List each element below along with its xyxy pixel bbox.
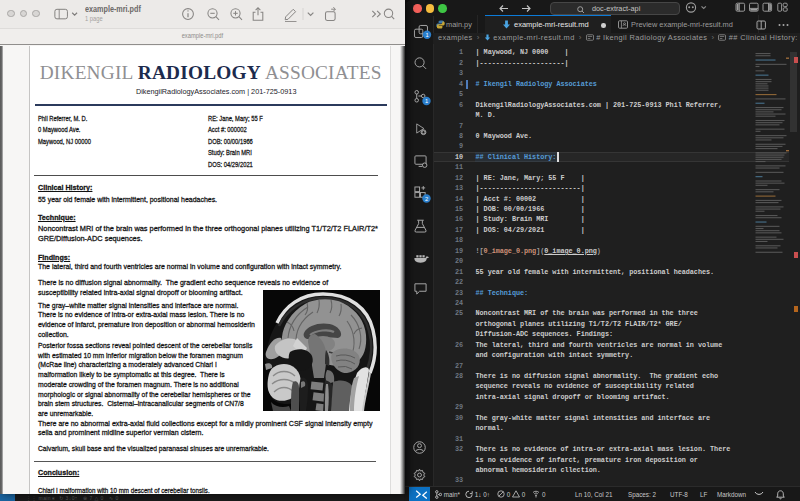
svg-text:1: 1 <box>425 32 428 38</box>
